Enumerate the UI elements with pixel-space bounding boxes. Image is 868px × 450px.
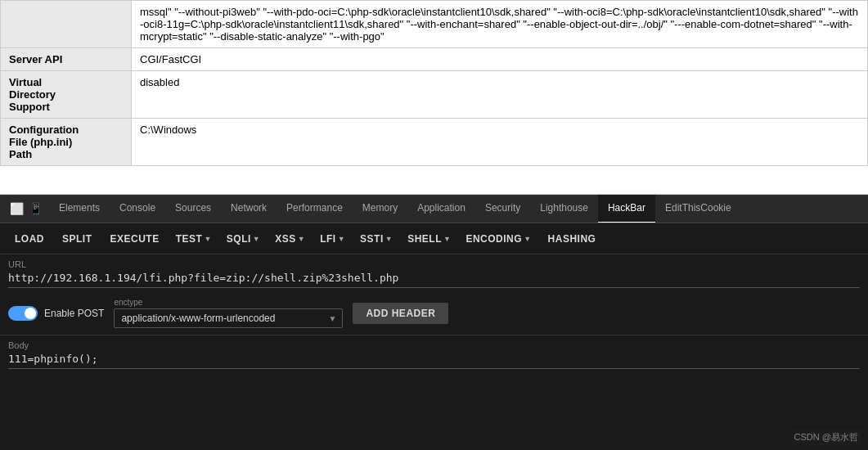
tab-hackbar[interactable]: HackBar <box>598 195 655 223</box>
tab-editthiscookie[interactable]: EditThisCookie <box>655 195 741 223</box>
table-label-cell: ConfigurationFile (php.ini)Path <box>1 119 132 166</box>
tab-memory[interactable]: Memory <box>353 195 407 223</box>
tab-sources[interactable]: Sources <box>165 195 221 223</box>
php-info-section: mssql" "--without-pi3web" "--with-pdo-oc… <box>0 0 868 195</box>
url-value[interactable]: http://192.168.1.194/lfi.php?file=zip://… <box>8 272 860 284</box>
table-label-cell: Server API <box>1 48 132 71</box>
tab-lighthouse[interactable]: Lighthouse <box>530 195 598 223</box>
xss-arrow-icon: ▼ <box>298 235 305 243</box>
body-section: Body 111=phpinfo(); <box>0 335 868 450</box>
load-button[interactable]: LOAD <box>7 230 52 248</box>
tab-elements[interactable]: Elements <box>49 195 110 223</box>
encoding-arrow-icon: ▼ <box>524 235 531 243</box>
enable-post-label: Enable POST <box>44 308 104 319</box>
sqli-button[interactable]: SQLI ▼ <box>220 230 267 248</box>
enable-post-toggle-wrapper: Enable POST <box>8 306 104 321</box>
xss-button[interactable]: XSS ▼ <box>268 230 312 248</box>
post-section: Enable POST enctype application/x-www-fo… <box>0 291 868 335</box>
enctype-wrapper: enctype application/x-www-form-urlencode… <box>114 298 343 328</box>
shell-arrow-icon: ▼ <box>443 235 451 243</box>
table-value-cell: disabled <box>132 71 868 119</box>
url-label: URL <box>8 259 860 269</box>
tab-console[interactable]: Console <box>110 195 165 223</box>
device-icon[interactable]: 📱 <box>29 202 43 215</box>
hashing-button[interactable]: HASHING <box>540 230 605 248</box>
lfi-arrow-icon: ▼ <box>338 235 345 243</box>
enctype-select-wrapper: application/x-www-form-urlencoded multip… <box>114 308 343 328</box>
enctype-select[interactable]: application/x-www-form-urlencoded multip… <box>114 308 343 328</box>
devtools-panel: ⬜ 📱 Elements Console Sources Network Per… <box>0 195 868 450</box>
encoding-button[interactable]: ENCODING ▼ <box>459 230 537 248</box>
table-row: mssql" "--without-pi3web" "--with-pdo-oc… <box>1 1 868 48</box>
table-row: Server API CGI/FastCGI <box>1 48 868 71</box>
test-arrow-icon: ▼ <box>204 235 211 243</box>
table-row: VirtualDirectorySupport disabled <box>1 71 868 119</box>
tab-security[interactable]: Security <box>475 195 530 223</box>
tab-performance[interactable]: Performance <box>277 195 353 223</box>
inspect-icon[interactable]: ⬜ <box>10 202 24 215</box>
enable-post-toggle[interactable] <box>8 306 38 321</box>
body-label: Body <box>8 340 860 350</box>
add-header-button[interactable]: ADD HEADER <box>353 303 448 324</box>
url-underline <box>8 287 860 288</box>
table-row: ConfigurationFile (php.ini)Path C:\Windo… <box>1 119 868 166</box>
ssti-arrow-icon: ▼ <box>385 235 393 243</box>
table-label-cell: VirtualDirectorySupport <box>1 71 132 119</box>
shell-button[interactable]: SHELL ▼ <box>401 230 457 248</box>
php-info-table: mssql" "--without-pi3web" "--with-pdo-oc… <box>0 0 868 166</box>
execute-button[interactable]: EXECUTE <box>102 230 168 248</box>
lfi-button[interactable]: LFI ▼ <box>313 230 352 248</box>
devtools-tab-bar: ⬜ 📱 Elements Console Sources Network Per… <box>0 195 868 223</box>
sqli-arrow-icon: ▼ <box>253 235 260 243</box>
table-label-cell <box>1 1 132 48</box>
table-value-cell: mssql" "--without-pi3web" "--with-pdo-oc… <box>132 1 868 48</box>
split-button[interactable]: SPLIT <box>54 230 101 248</box>
watermark: CSDN @易水哲 <box>791 430 861 445</box>
tab-network[interactable]: Network <box>221 195 277 223</box>
devtools-icons: ⬜ 📱 <box>3 202 49 215</box>
body-underline <box>8 368 860 369</box>
enctype-label: enctype <box>114 298 343 307</box>
hackbar-toolbar: LOAD SPLIT EXECUTE TEST ▼ SQLI ▼ XSS ▼ L… <box>0 223 868 254</box>
toggle-knob <box>25 308 36 319</box>
tab-application[interactable]: Application <box>407 195 475 223</box>
body-value[interactable]: 111=phpinfo(); <box>8 353 860 365</box>
url-section: URL http://192.168.1.194/lfi.php?file=zi… <box>0 254 868 291</box>
ssti-button[interactable]: SSTI ▼ <box>353 230 399 248</box>
table-value-cell: CGI/FastCGI <box>132 48 868 71</box>
test-button[interactable]: TEST ▼ <box>169 230 218 248</box>
table-value-cell: C:\Windows <box>132 119 868 166</box>
